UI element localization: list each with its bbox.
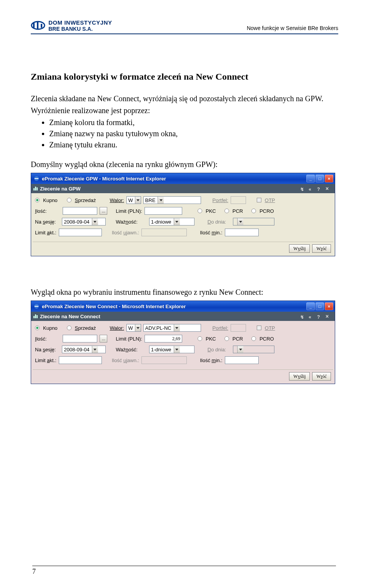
titlebar[interactable]: ePromak Zlecenie GPW - Microsoft Interne…	[31, 173, 335, 184]
ilosc-min-input[interactable]	[225, 229, 259, 236]
ilosc-more-button[interactable]: ...	[100, 207, 107, 215]
otp-checkbox[interactable]	[257, 326, 261, 330]
wyslij-button[interactable]: Wyślij	[289, 244, 310, 253]
label-pkc: PKC	[206, 208, 216, 215]
caption: Wygląd okna po wybraniu instrumentu fina…	[31, 287, 338, 297]
bullet-list: Zmianę koloru tła formatki, Zmianę nazwy…	[31, 117, 338, 150]
sesja-dropdown[interactable]: 2008-09-04	[62, 346, 106, 353]
label-ilosc-ujawn: Ilość ujawn.:	[112, 357, 140, 364]
label-kupno: Kupno	[43, 325, 58, 332]
ie-icon	[33, 303, 40, 309]
sub-title: Zlecenie na New Connect	[40, 313, 300, 320]
list-item: Zmianę koloru tła formatki,	[49, 117, 338, 128]
label-limit: Limit (PLN):	[116, 208, 142, 215]
collapse-icon[interactable]	[309, 186, 314, 191]
portfel-input	[231, 196, 246, 204]
radio-pcro[interactable]	[251, 209, 256, 213]
label-otp: OTP	[265, 197, 275, 204]
wroc-button[interactable]: Wróć	[312, 372, 331, 381]
wroc-button[interactable]: Wróć	[312, 244, 331, 253]
label-limit: Limit (PLN):	[116, 336, 142, 342]
label-portfel: Portfel:	[213, 197, 228, 204]
ilosc-min-input[interactable]	[225, 356, 259, 364]
label-sesja: Na sesję:	[35, 219, 56, 226]
radio-pkc[interactable]	[198, 336, 202, 341]
label-pcr: PCR	[233, 336, 243, 342]
label-limit-akt: Limit akt.:	[35, 229, 57, 236]
walor-dropdown[interactable]: BRE	[143, 196, 201, 204]
close-button[interactable]: ×	[325, 175, 333, 182]
ie-icon	[33, 175, 40, 182]
radio-pcr[interactable]	[224, 209, 229, 213]
ilosc-input[interactable]	[63, 207, 97, 215]
label-sesja: Na sesję:	[35, 346, 56, 353]
label-ilosc: Ilość:	[35, 336, 47, 342]
label-pcr: PCR	[233, 208, 243, 215]
titlebar[interactable]: ePromak Zlecenie New Connect - Microsoft…	[31, 301, 335, 312]
radio-kupno[interactable]	[35, 326, 40, 330]
radio-pcro[interactable]	[251, 336, 256, 341]
ilosc-ujawn-input	[141, 356, 187, 364]
ilosc-more-button[interactable]: ...	[100, 335, 107, 342]
svg-rect-2	[37, 22, 38, 29]
radio-kupno[interactable]	[35, 198, 40, 202]
label-walor: Walor:	[110, 325, 124, 332]
radio-sprzedaz[interactable]	[67, 198, 71, 202]
chart-icon	[33, 314, 38, 318]
close-button[interactable]: ×	[325, 302, 333, 310]
maximize-button[interactable]: □	[316, 302, 324, 310]
limit-input[interactable]	[145, 207, 182, 215]
label-ilosc: Ilość:	[35, 208, 47, 215]
label-portfel: Portfel:	[213, 325, 228, 332]
pin-icon[interactable]	[300, 314, 306, 319]
window-gpw: ePromak Zlecenie GPW - Microsoft Interne…	[31, 173, 335, 256]
minimize-button[interactable]: _	[306, 175, 315, 182]
limit-akt-input[interactable]	[59, 356, 102, 364]
logo-line1: DOM INWESTYCYJNY	[48, 19, 112, 26]
paragraph: Wyróżnienie realizowane jest poprzez:	[31, 105, 338, 116]
close-icon[interactable]	[326, 314, 331, 319]
radio-pkc[interactable]	[198, 209, 202, 213]
do-dnia-dropdown[interactable]	[233, 346, 274, 353]
limit-input[interactable]: 2,69	[145, 335, 182, 342]
list-item: Zmianę nazwy na pasku tytułowym okna,	[49, 129, 338, 139]
do-dnia-dropdown[interactable]	[233, 218, 274, 226]
walor-mode-dropdown[interactable]: W	[126, 196, 141, 204]
svg-rect-1	[33, 23, 35, 28]
label-waznosc: Ważność:	[116, 219, 138, 226]
help-icon[interactable]	[317, 186, 322, 191]
sub-title: Zlecenie na GPW	[40, 185, 300, 192]
label-limit-akt: Limit akt.:	[35, 357, 57, 364]
window-newconnect: ePromak Zlecenie New Connect - Microsoft…	[31, 301, 335, 384]
radio-sprzedaz[interactable]	[67, 326, 71, 330]
pin-icon[interactable]	[300, 186, 306, 191]
wyslij-button[interactable]: Wyślij	[289, 372, 310, 381]
form-area: Kupno Sprzedaż Walor: W ADV.PL-NC Portfe…	[31, 321, 335, 369]
page-header: DOM INWESTYCYJNY BRE BANKU S.A. Nowe fun…	[31, 19, 338, 34]
label-ilosc-ujawn: Ilość ujawn.:	[112, 229, 140, 236]
svg-rect-3	[41, 24, 42, 28]
list-item: Zmianę tytułu ekranu.	[49, 140, 338, 150]
help-icon[interactable]	[317, 314, 322, 319]
page-number: 7	[32, 568, 36, 575]
label-kupno: Kupno	[43, 197, 58, 204]
label-otp: OTP	[265, 325, 275, 332]
chart-icon	[33, 187, 38, 190]
logo-line2: BRE BANKU S.A.	[48, 26, 112, 32]
minimize-button[interactable]: _	[306, 302, 315, 310]
waznosc-dropdown[interactable]: 1-dniowe	[149, 218, 194, 226]
maximize-button[interactable]: □	[316, 175, 324, 182]
sesja-dropdown[interactable]: 2008-09-04	[62, 218, 106, 226]
walor-mode-dropdown[interactable]: W	[126, 324, 141, 332]
waznosc-dropdown[interactable]: 1-dniowe	[149, 346, 194, 353]
ilosc-input[interactable]	[63, 335, 97, 342]
radio-pcr[interactable]	[224, 336, 229, 341]
header-subtitle: Nowe funkcje w Serwisie BRe Brokers	[247, 25, 338, 32]
label-ilosc-min: Ilość min.:	[200, 357, 223, 364]
close-icon[interactable]	[326, 186, 331, 191]
walor-dropdown[interactable]: ADV.PL-NC	[143, 324, 201, 332]
label-pkc: PKC	[206, 336, 216, 342]
collapse-icon[interactable]	[309, 314, 314, 319]
otp-checkbox[interactable]	[257, 198, 261, 202]
limit-akt-input[interactable]	[59, 229, 102, 236]
